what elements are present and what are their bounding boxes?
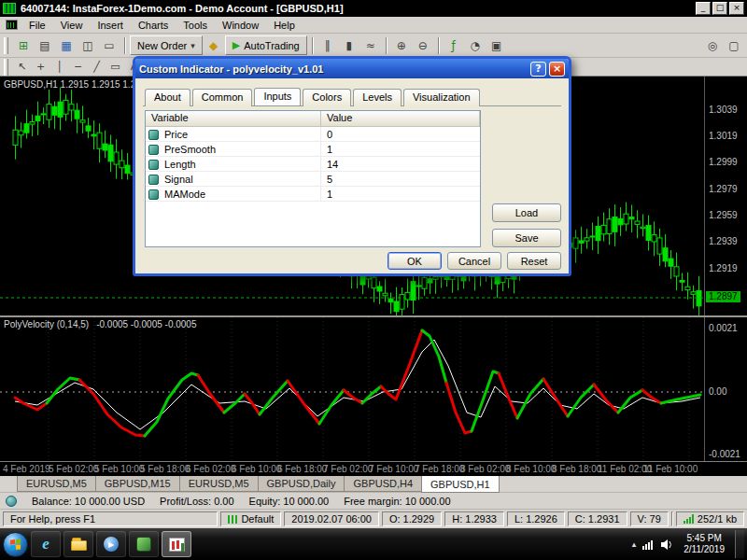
new-order-button[interactable]: New Order ▾ [130, 35, 203, 55]
maximize-button[interactable]: □ [712, 2, 727, 15]
window-titlebar[interactable]: 64007144: InstaForex-1Demo.com - Demo Ac… [0, 0, 747, 17]
menu-insert[interactable]: Insert [90, 18, 131, 33]
chart-tab-eurusd-m5-2[interactable]: EURUSD,M5 [179, 476, 259, 492]
variable-value[interactable]: 14 [321, 159, 480, 170]
tab-levels[interactable]: Levels [353, 89, 402, 106]
periods-icon[interactable]: ◔ [465, 35, 486, 55]
line-chart-icon[interactable]: ≈ [360, 35, 381, 55]
table-row[interactable]: MAMode 1 [146, 187, 480, 202]
time-axis[interactable]: 4 Feb 20195 Feb 02:005 Feb 10:005 Feb 18… [0, 461, 747, 476]
chart-tab-gbpusd-h1[interactable]: GBPUSD,H1 [421, 476, 500, 493]
dialog-titlebar[interactable]: Custom Indicator - polyvelocity_v1.01 ? … [135, 59, 569, 78]
trendline-icon[interactable]: ╱ [88, 59, 106, 75]
search-icon[interactable]: ◎ [702, 35, 723, 55]
save-button[interactable]: Save [492, 229, 561, 247]
candlestick-chart-icon[interactable]: ▮ [339, 35, 359, 55]
variable-value[interactable]: 5 [321, 174, 480, 185]
autotrading-button[interactable]: ▶ AutoTrading [225, 35, 307, 55]
taskbar-media-icon[interactable]: ▶ [96, 531, 126, 557]
indicator-svg [0, 317, 704, 461]
column-header-value[interactable]: Value [321, 111, 480, 126]
chart-tab-gbpusd-daily[interactable]: GBPUSD,Daily [258, 476, 345, 492]
toolbar-separator [124, 37, 125, 54]
taskbar-explorer-icon[interactable] [63, 531, 93, 557]
play-icon: ▶ [233, 39, 240, 51]
cursor-icon[interactable]: ↖ [13, 59, 31, 75]
dialog-close-button[interactable]: × [549, 62, 565, 77]
tab-common[interactable]: Common [192, 89, 253, 106]
ok-button[interactable]: OK [388, 252, 442, 270]
tab-visualization[interactable]: Visualization [403, 89, 480, 106]
table-row[interactable]: Price 0 [146, 127, 480, 142]
network-icon[interactable] [642, 539, 655, 550]
taskbar-green-app-icon[interactable] [129, 531, 159, 557]
status-close: C: 1.2931 [568, 511, 627, 526]
menu-charts[interactable]: Charts [131, 18, 176, 33]
table-row[interactable]: Signal 5 [146, 172, 480, 187]
chart-tab-eurusd-m5[interactable]: EURUSD,M5 [17, 476, 96, 492]
tab-colors[interactable]: Colors [303, 89, 351, 106]
close-button[interactable]: × [729, 2, 744, 15]
chevron-down-icon: ▾ [190, 41, 195, 50]
toolbar-grip[interactable] [4, 37, 8, 54]
status-open: O: 1.2929 [382, 511, 442, 526]
start-button[interactable] [3, 532, 28, 557]
menu-help[interactable]: Help [266, 18, 303, 33]
indicator-panel[interactable]: PolyVelocity (0,14,5) -0.0005 -0.0005 -0… [0, 317, 704, 461]
navigator-icon[interactable]: ◫ [78, 35, 98, 55]
cancel-button[interactable]: Cancel [447, 252, 501, 270]
shapes-icon[interactable]: ▭ [106, 59, 124, 75]
market-watch-icon[interactable]: ▦ [56, 35, 77, 55]
menu-view[interactable]: View [53, 18, 91, 33]
profiles-icon[interactable]: ▤ [35, 35, 55, 55]
indicators-icon[interactable]: ƒ [444, 35, 464, 55]
crosshair-icon[interactable]: + [32, 59, 49, 75]
chart-splitter[interactable] [0, 315, 747, 317]
status-profile[interactable]: Default [220, 511, 281, 526]
show-desktop-button[interactable] [735, 530, 744, 558]
minimize-button[interactable]: _ [696, 2, 711, 15]
toolbar-grip[interactable] [4, 59, 8, 76]
speaker-icon[interactable] [661, 539, 673, 550]
chart-tab-gbpusd-h4[interactable]: GBPUSD,H4 [344, 476, 422, 492]
variable-value[interactable]: 0 [321, 129, 480, 140]
profile-name: Default [241, 512, 274, 525]
chart-window-icon[interactable] [6, 20, 18, 30]
zoom-in-icon[interactable]: ⊕ [391, 35, 412, 55]
load-button[interactable]: Load [492, 203, 561, 222]
dialog-help-button[interactable]: ? [530, 62, 546, 77]
variable-value[interactable]: 1 [321, 189, 480, 200]
balance-value: Balance: 10 000.00 USD [32, 496, 145, 507]
taskbar-mt4-icon[interactable] [162, 531, 191, 557]
menu-tools[interactable]: Tools [176, 18, 215, 33]
menu-window[interactable]: Window [215, 18, 266, 33]
new-chart-icon[interactable]: ⊞ [13, 35, 34, 55]
horizontal-line-icon[interactable]: ─ [69, 59, 87, 75]
bar-chart-icon[interactable]: ‖ [317, 35, 338, 55]
tab-about[interactable]: About [145, 89, 190, 106]
table-row[interactable]: PreSmooth 1 [146, 142, 480, 157]
templates-icon[interactable]: ▣ [486, 35, 507, 55]
terminal-icon[interactable]: ▭ [99, 35, 120, 55]
vertical-line-icon[interactable]: │ [50, 59, 68, 75]
chart-tab-bar: EURUSD,M5 GBPUSD,M15 EURUSD,M5 GBPUSD,Da… [0, 476, 747, 493]
chart-tab-gbpusd-m15[interactable]: GBPUSD,M15 [95, 476, 180, 492]
column-header-variable[interactable]: Variable [146, 111, 321, 126]
indicator-name: PolyVelocity (0,14,5) [4, 319, 89, 329]
menu-file[interactable]: File [21, 18, 53, 33]
reset-button[interactable]: Reset [507, 252, 561, 270]
hidden-icons-chevron[interactable]: ▴ [632, 539, 637, 549]
metaeditor-icon[interactable]: ◆ [204, 35, 224, 55]
variable-value[interactable]: 1 [321, 144, 480, 155]
table-row[interactable]: Length 14 [146, 157, 480, 172]
status-filler [671, 511, 673, 526]
full-screen-icon[interactable]: ▢ [724, 35, 744, 55]
taskbar-ie-icon[interactable]: e [31, 531, 61, 557]
price-axis-label: 1.2919 [709, 263, 738, 273]
tab-inputs[interactable]: Inputs [254, 88, 301, 105]
taskbar-clock[interactable]: 5:45 PM 2/11/2019 [680, 533, 728, 556]
metatrader-icon [169, 538, 185, 552]
system-tray: ▴ 5:45 PM 2/11/2019 [632, 530, 744, 558]
price-axis[interactable]: 1.2897 1.30391.30191.29991.29791.29591.2… [704, 77, 747, 461]
zoom-out-icon[interactable]: ⊖ [413, 35, 433, 55]
